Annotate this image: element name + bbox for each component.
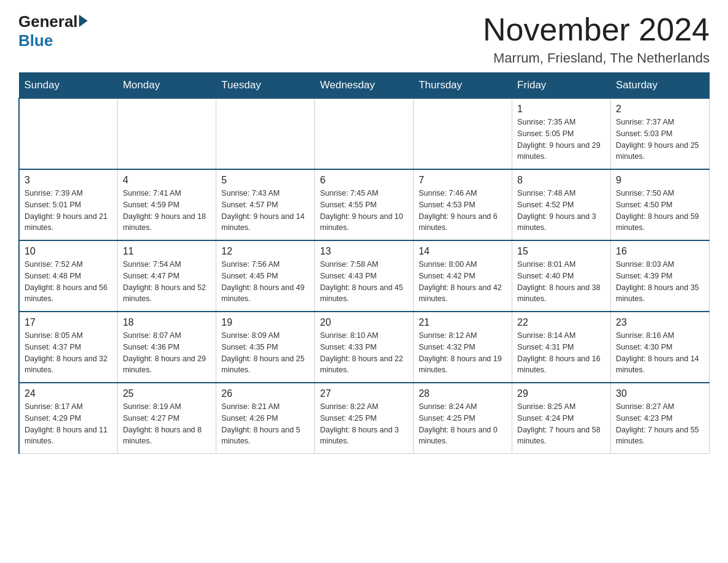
logo: General Blue [18,12,88,50]
week-row-1: 1Sunrise: 7:35 AM Sunset: 5:05 PM Daylig… [19,98,710,169]
day-info: Sunrise: 7:48 AM Sunset: 4:52 PM Dayligh… [517,188,605,234]
day-number: 24 [25,388,112,399]
week-row-4: 17Sunrise: 8:05 AM Sunset: 4:37 PM Dayli… [19,312,710,383]
day-cell: 9Sunrise: 7:50 AM Sunset: 4:50 PM Daylig… [611,169,710,240]
day-info: Sunrise: 7:35 AM Sunset: 5:05 PM Dayligh… [517,117,605,163]
day-cell [118,98,216,169]
calendar-header-row: SundayMondayTuesdayWednesdayThursdayFrid… [19,73,710,99]
day-info: Sunrise: 7:58 AM Sunset: 4:43 PM Dayligh… [320,259,408,305]
day-info: Sunrise: 7:41 AM Sunset: 4:59 PM Dayligh… [123,188,211,234]
day-number: 29 [517,388,605,399]
day-cell [414,98,512,169]
header-sunday: Sunday [19,73,118,99]
day-cell: 28Sunrise: 8:24 AM Sunset: 4:25 PM Dayli… [414,383,512,454]
day-cell: 13Sunrise: 7:58 AM Sunset: 4:43 PM Dayli… [315,240,414,312]
day-cell: 27Sunrise: 8:22 AM Sunset: 4:25 PM Dayli… [315,383,414,454]
day-cell: 25Sunrise: 8:19 AM Sunset: 4:27 PM Dayli… [118,383,216,454]
day-cell [315,98,414,169]
day-number: 4 [123,175,211,186]
calendar-table: SundayMondayTuesdayWednesdayThursdayFrid… [18,72,710,454]
day-number: 9 [616,175,704,186]
day-info: Sunrise: 8:09 AM Sunset: 4:35 PM Dayligh… [221,330,309,376]
day-cell: 15Sunrise: 8:01 AM Sunset: 4:40 PM Dayli… [512,240,611,312]
day-number: 27 [320,388,408,399]
day-cell: 12Sunrise: 7:56 AM Sunset: 4:45 PM Dayli… [216,240,315,312]
logo-arrow-icon [79,15,88,27]
header-tuesday: Tuesday [216,73,315,99]
logo-general-text: General [18,12,88,31]
page-header: General Blue November 2024 Marrum, Fries… [18,12,710,66]
day-cell: 22Sunrise: 8:14 AM Sunset: 4:31 PM Dayli… [512,312,611,383]
day-info: Sunrise: 8:19 AM Sunset: 4:27 PM Dayligh… [123,401,211,447]
day-info: Sunrise: 7:39 AM Sunset: 5:01 PM Dayligh… [25,188,112,234]
day-number: 25 [123,388,211,399]
day-cell: 26Sunrise: 8:21 AM Sunset: 4:26 PM Dayli… [216,383,315,454]
day-cell: 24Sunrise: 8:17 AM Sunset: 4:29 PM Dayli… [19,383,118,454]
day-info: Sunrise: 8:21 AM Sunset: 4:26 PM Dayligh… [221,401,309,447]
day-number: 2 [616,104,704,115]
day-info: Sunrise: 7:54 AM Sunset: 4:47 PM Dayligh… [123,259,211,305]
day-info: Sunrise: 8:27 AM Sunset: 4:23 PM Dayligh… [616,401,704,447]
day-info: Sunrise: 8:16 AM Sunset: 4:30 PM Dayligh… [616,330,704,376]
week-row-5: 24Sunrise: 8:17 AM Sunset: 4:29 PM Dayli… [19,383,710,454]
day-cell: 1Sunrise: 7:35 AM Sunset: 5:05 PM Daylig… [512,98,611,169]
logo-general-word: General [18,12,78,31]
day-number: 19 [221,317,309,328]
day-number: 7 [419,175,507,186]
day-info: Sunrise: 8:07 AM Sunset: 4:36 PM Dayligh… [123,330,211,376]
day-cell [216,98,315,169]
day-cell: 29Sunrise: 8:25 AM Sunset: 4:24 PM Dayli… [512,383,611,454]
day-cell [19,98,118,169]
day-number: 26 [221,388,309,399]
day-number: 18 [123,317,211,328]
day-info: Sunrise: 8:22 AM Sunset: 4:25 PM Dayligh… [320,401,408,447]
day-info: Sunrise: 7:45 AM Sunset: 4:55 PM Dayligh… [320,188,408,234]
day-cell: 4Sunrise: 7:41 AM Sunset: 4:59 PM Daylig… [118,169,216,240]
day-number: 23 [616,317,704,328]
day-number: 6 [320,175,408,186]
day-cell: 5Sunrise: 7:43 AM Sunset: 4:57 PM Daylig… [216,169,315,240]
day-cell: 7Sunrise: 7:46 AM Sunset: 4:53 PM Daylig… [414,169,512,240]
day-info: Sunrise: 7:37 AM Sunset: 5:03 PM Dayligh… [616,117,704,163]
title-block: November 2024 Marrum, Friesland, The Net… [483,12,710,66]
day-info: Sunrise: 8:10 AM Sunset: 4:33 PM Dayligh… [320,330,408,376]
location-title: Marrum, Friesland, The Netherlands [483,50,710,66]
day-info: Sunrise: 7:56 AM Sunset: 4:45 PM Dayligh… [221,259,309,305]
header-friday: Friday [512,73,611,99]
day-number: 30 [616,388,704,399]
day-cell: 11Sunrise: 7:54 AM Sunset: 4:47 PM Dayli… [118,240,216,312]
day-number: 11 [123,246,211,257]
day-number: 3 [25,175,112,186]
day-cell: 30Sunrise: 8:27 AM Sunset: 4:23 PM Dayli… [611,383,710,454]
day-info: Sunrise: 8:12 AM Sunset: 4:32 PM Dayligh… [419,330,507,376]
day-info: Sunrise: 7:50 AM Sunset: 4:50 PM Dayligh… [616,188,704,234]
day-number: 28 [419,388,507,399]
header-thursday: Thursday [414,73,512,99]
header-monday: Monday [118,73,216,99]
day-cell: 3Sunrise: 7:39 AM Sunset: 5:01 PM Daylig… [19,169,118,240]
day-cell: 20Sunrise: 8:10 AM Sunset: 4:33 PM Dayli… [315,312,414,383]
day-number: 13 [320,246,408,257]
day-cell: 21Sunrise: 8:12 AM Sunset: 4:32 PM Dayli… [414,312,512,383]
header-wednesday: Wednesday [315,73,414,99]
day-info: Sunrise: 8:17 AM Sunset: 4:29 PM Dayligh… [25,401,112,447]
day-number: 12 [221,246,309,257]
day-cell: 6Sunrise: 7:45 AM Sunset: 4:55 PM Daylig… [315,169,414,240]
logo-blue-text: Blue [18,31,53,50]
day-cell: 16Sunrise: 8:03 AM Sunset: 4:39 PM Dayli… [611,240,710,312]
day-info: Sunrise: 7:52 AM Sunset: 4:48 PM Dayligh… [25,259,112,305]
day-info: Sunrise: 7:43 AM Sunset: 4:57 PM Dayligh… [221,188,309,234]
day-number: 5 [221,175,309,186]
day-info: Sunrise: 7:46 AM Sunset: 4:53 PM Dayligh… [419,188,507,234]
day-cell: 23Sunrise: 8:16 AM Sunset: 4:30 PM Dayli… [611,312,710,383]
day-info: Sunrise: 8:14 AM Sunset: 4:31 PM Dayligh… [517,330,605,376]
week-row-2: 3Sunrise: 7:39 AM Sunset: 5:01 PM Daylig… [19,169,710,240]
day-cell: 8Sunrise: 7:48 AM Sunset: 4:52 PM Daylig… [512,169,611,240]
day-cell: 14Sunrise: 8:00 AM Sunset: 4:42 PM Dayli… [414,240,512,312]
day-cell: 19Sunrise: 8:09 AM Sunset: 4:35 PM Dayli… [216,312,315,383]
day-number: 10 [25,246,112,257]
day-number: 14 [419,246,507,257]
header-saturday: Saturday [611,73,710,99]
day-number: 20 [320,317,408,328]
day-number: 1 [517,104,605,115]
